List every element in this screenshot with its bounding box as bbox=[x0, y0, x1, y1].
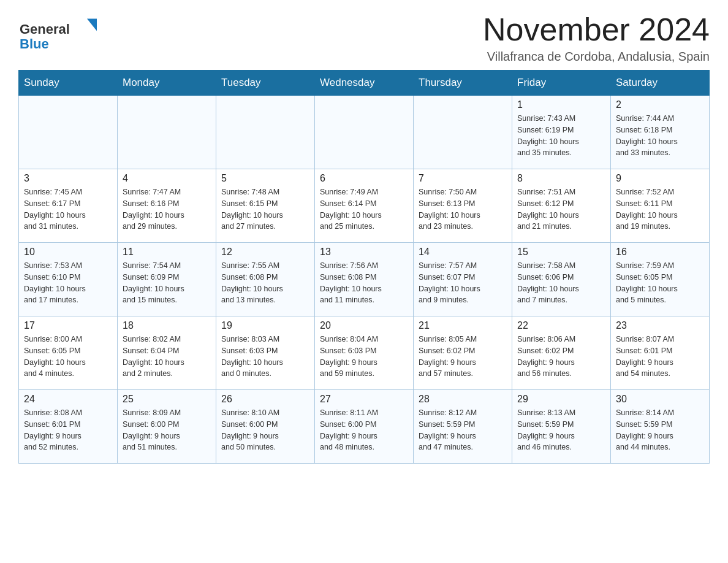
day-number: 16 bbox=[616, 247, 704, 258]
week-row-2: 3Sunrise: 7:45 AM Sunset: 6:17 PM Daylig… bbox=[19, 169, 710, 243]
day-number: 13 bbox=[320, 247, 408, 258]
day-info: Sunrise: 7:50 AM Sunset: 6:13 PM Dayligh… bbox=[419, 186, 507, 232]
svg-text:Blue: Blue bbox=[20, 36, 49, 52]
col-friday: Friday bbox=[512, 71, 611, 96]
svg-marker-1 bbox=[87, 19, 97, 31]
day-number: 19 bbox=[221, 320, 309, 331]
calendar-cell bbox=[216, 96, 315, 169]
calendar-cell: 15Sunrise: 7:58 AM Sunset: 6:06 PM Dayli… bbox=[512, 243, 611, 316]
day-info: Sunrise: 8:11 AM Sunset: 6:00 PM Dayligh… bbox=[320, 407, 408, 453]
calendar-cell: 17Sunrise: 8:00 AM Sunset: 6:05 PM Dayli… bbox=[19, 316, 118, 390]
calendar-header-row: Sunday Monday Tuesday Wednesday Thursday… bbox=[19, 71, 710, 96]
week-row-4: 17Sunrise: 8:00 AM Sunset: 6:05 PM Dayli… bbox=[19, 316, 710, 390]
day-info: Sunrise: 7:49 AM Sunset: 6:14 PM Dayligh… bbox=[320, 186, 408, 232]
day-number: 24 bbox=[24, 394, 112, 405]
day-number: 20 bbox=[320, 320, 408, 331]
day-number: 11 bbox=[123, 247, 211, 258]
day-info: Sunrise: 8:06 AM Sunset: 6:02 PM Dayligh… bbox=[517, 334, 605, 380]
week-row-3: 10Sunrise: 7:53 AM Sunset: 6:10 PM Dayli… bbox=[19, 243, 710, 316]
logo: General Blue bbox=[18, 12, 98, 55]
day-info: Sunrise: 8:10 AM Sunset: 6:00 PM Dayligh… bbox=[221, 407, 309, 453]
calendar-cell: 25Sunrise: 8:09 AM Sunset: 6:00 PM Dayli… bbox=[118, 390, 216, 464]
calendar-cell: 1Sunrise: 7:43 AM Sunset: 6:19 PM Daylig… bbox=[512, 96, 611, 169]
week-row-5: 24Sunrise: 8:08 AM Sunset: 6:01 PM Dayli… bbox=[19, 390, 710, 464]
calendar-cell: 10Sunrise: 7:53 AM Sunset: 6:10 PM Dayli… bbox=[19, 243, 118, 316]
col-thursday: Thursday bbox=[414, 71, 512, 96]
day-number: 8 bbox=[517, 173, 605, 184]
day-number: 6 bbox=[320, 173, 408, 184]
calendar-cell: 3Sunrise: 7:45 AM Sunset: 6:17 PM Daylig… bbox=[19, 169, 118, 243]
day-info: Sunrise: 7:43 AM Sunset: 6:19 PM Dayligh… bbox=[517, 113, 605, 159]
logo-svg: General Blue bbox=[18, 12, 98, 55]
day-number: 10 bbox=[24, 247, 112, 258]
svg-text:General: General bbox=[20, 21, 70, 37]
day-info: Sunrise: 8:03 AM Sunset: 6:03 PM Dayligh… bbox=[221, 334, 309, 380]
day-info: Sunrise: 7:52 AM Sunset: 6:11 PM Dayligh… bbox=[616, 186, 704, 232]
col-saturday: Saturday bbox=[611, 71, 710, 96]
calendar-cell: 30Sunrise: 8:14 AM Sunset: 5:59 PM Dayli… bbox=[611, 390, 710, 464]
calendar-cell: 20Sunrise: 8:04 AM Sunset: 6:03 PM Dayli… bbox=[315, 316, 414, 390]
calendar-cell: 27Sunrise: 8:11 AM Sunset: 6:00 PM Dayli… bbox=[315, 390, 414, 464]
day-number: 17 bbox=[24, 320, 112, 331]
page-header: General Blue November 2024 Villafranca d… bbox=[18, 12, 710, 64]
day-info: Sunrise: 8:05 AM Sunset: 6:02 PM Dayligh… bbox=[419, 334, 507, 380]
day-info: Sunrise: 8:12 AM Sunset: 5:59 PM Dayligh… bbox=[419, 407, 507, 453]
day-info: Sunrise: 8:13 AM Sunset: 5:59 PM Dayligh… bbox=[517, 407, 605, 453]
day-number: 2 bbox=[616, 99, 704, 110]
calendar-cell: 24Sunrise: 8:08 AM Sunset: 6:01 PM Dayli… bbox=[19, 390, 118, 464]
day-info: Sunrise: 8:08 AM Sunset: 6:01 PM Dayligh… bbox=[24, 407, 112, 453]
day-number: 4 bbox=[123, 173, 211, 184]
calendar-cell: 12Sunrise: 7:55 AM Sunset: 6:08 PM Dayli… bbox=[216, 243, 315, 316]
day-info: Sunrise: 7:57 AM Sunset: 6:07 PM Dayligh… bbox=[419, 260, 507, 306]
calendar-cell: 19Sunrise: 8:03 AM Sunset: 6:03 PM Dayli… bbox=[216, 316, 315, 390]
day-number: 9 bbox=[616, 173, 704, 184]
calendar-cell: 11Sunrise: 7:54 AM Sunset: 6:09 PM Dayli… bbox=[118, 243, 216, 316]
calendar-cell: 22Sunrise: 8:06 AM Sunset: 6:02 PM Dayli… bbox=[512, 316, 611, 390]
day-number: 27 bbox=[320, 394, 408, 405]
day-number: 28 bbox=[419, 394, 507, 405]
calendar-cell: 5Sunrise: 7:48 AM Sunset: 6:15 PM Daylig… bbox=[216, 169, 315, 243]
day-info: Sunrise: 8:04 AM Sunset: 6:03 PM Dayligh… bbox=[320, 334, 408, 380]
calendar-cell: 2Sunrise: 7:44 AM Sunset: 6:18 PM Daylig… bbox=[611, 96, 710, 169]
col-wednesday: Wednesday bbox=[315, 71, 414, 96]
day-number: 22 bbox=[517, 320, 605, 331]
calendar-cell: 6Sunrise: 7:49 AM Sunset: 6:14 PM Daylig… bbox=[315, 169, 414, 243]
day-number: 29 bbox=[517, 394, 605, 405]
location: Villafranca de Cordoba, Andalusia, Spain bbox=[483, 50, 710, 64]
calendar-cell bbox=[414, 96, 512, 169]
calendar-cell: 29Sunrise: 8:13 AM Sunset: 5:59 PM Dayli… bbox=[512, 390, 611, 464]
calendar-cell: 8Sunrise: 7:51 AM Sunset: 6:12 PM Daylig… bbox=[512, 169, 611, 243]
calendar-table: Sunday Monday Tuesday Wednesday Thursday… bbox=[18, 70, 710, 464]
day-number: 15 bbox=[517, 247, 605, 258]
day-number: 26 bbox=[221, 394, 309, 405]
day-info: Sunrise: 7:58 AM Sunset: 6:06 PM Dayligh… bbox=[517, 260, 605, 306]
day-info: Sunrise: 7:44 AM Sunset: 6:18 PM Dayligh… bbox=[616, 113, 704, 159]
calendar-cell bbox=[315, 96, 414, 169]
col-tuesday: Tuesday bbox=[216, 71, 315, 96]
day-number: 7 bbox=[419, 173, 507, 184]
day-info: Sunrise: 7:47 AM Sunset: 6:16 PM Dayligh… bbox=[123, 186, 211, 232]
day-number: 18 bbox=[123, 320, 211, 331]
month-title: November 2024 bbox=[483, 12, 710, 47]
day-number: 14 bbox=[419, 247, 507, 258]
day-info: Sunrise: 7:55 AM Sunset: 6:08 PM Dayligh… bbox=[221, 260, 309, 306]
calendar-cell bbox=[118, 96, 216, 169]
day-info: Sunrise: 7:48 AM Sunset: 6:15 PM Dayligh… bbox=[221, 186, 309, 232]
calendar-cell: 16Sunrise: 7:59 AM Sunset: 6:05 PM Dayli… bbox=[611, 243, 710, 316]
calendar-cell: 21Sunrise: 8:05 AM Sunset: 6:02 PM Dayli… bbox=[414, 316, 512, 390]
day-number: 3 bbox=[24, 173, 112, 184]
calendar-cell: 26Sunrise: 8:10 AM Sunset: 6:00 PM Dayli… bbox=[216, 390, 315, 464]
day-number: 1 bbox=[517, 99, 605, 110]
calendar-cell: 28Sunrise: 8:12 AM Sunset: 5:59 PM Dayli… bbox=[414, 390, 512, 464]
day-info: Sunrise: 8:09 AM Sunset: 6:00 PM Dayligh… bbox=[123, 407, 211, 453]
calendar-cell: 7Sunrise: 7:50 AM Sunset: 6:13 PM Daylig… bbox=[414, 169, 512, 243]
day-info: Sunrise: 7:53 AM Sunset: 6:10 PM Dayligh… bbox=[24, 260, 112, 306]
col-sunday: Sunday bbox=[19, 71, 118, 96]
day-info: Sunrise: 7:59 AM Sunset: 6:05 PM Dayligh… bbox=[616, 260, 704, 306]
calendar-cell: 18Sunrise: 8:02 AM Sunset: 6:04 PM Dayli… bbox=[118, 316, 216, 390]
calendar-cell bbox=[19, 96, 118, 169]
day-info: Sunrise: 7:51 AM Sunset: 6:12 PM Dayligh… bbox=[517, 186, 605, 232]
day-info: Sunrise: 7:45 AM Sunset: 6:17 PM Dayligh… bbox=[24, 186, 112, 232]
day-info: Sunrise: 8:07 AM Sunset: 6:01 PM Dayligh… bbox=[616, 334, 704, 380]
day-info: Sunrise: 8:14 AM Sunset: 5:59 PM Dayligh… bbox=[616, 407, 704, 453]
